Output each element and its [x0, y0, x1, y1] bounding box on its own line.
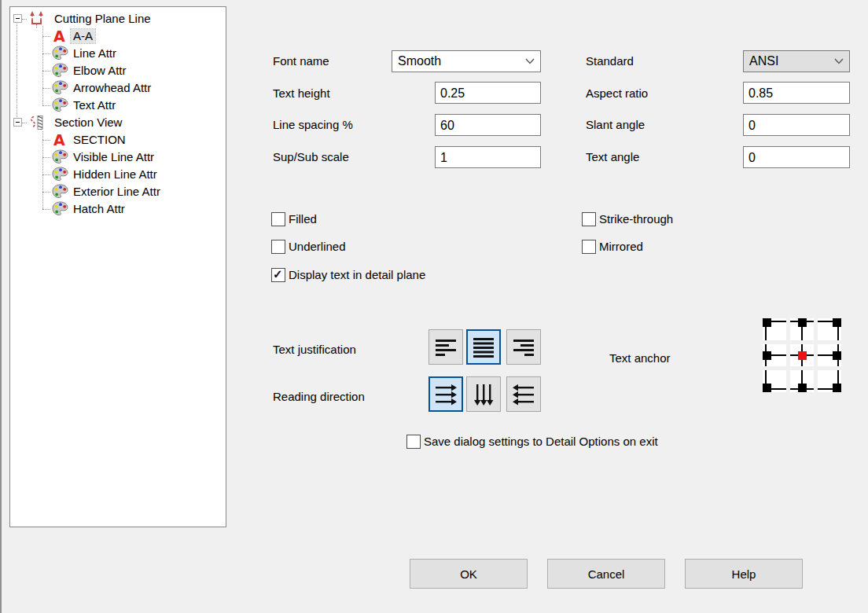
tree-expander-icon[interactable] — [13, 118, 22, 127]
standard-dropdown[interactable]: ANSI — [743, 50, 850, 72]
align-right-icon — [513, 336, 535, 358]
tree-item-label: Text Attr — [71, 98, 118, 112]
tree-item-section-view[interactable]: Section View — [10, 114, 226, 131]
tree-item-cutting-plane-line[interactable]: Cutting Plane Line — [10, 10, 226, 28]
chevron-down-icon — [525, 58, 535, 64]
tree-item-visible-line-attr[interactable]: Visible Line Attr — [10, 149, 226, 166]
section-view-icon — [26, 115, 47, 130]
text-angle-input[interactable] — [743, 146, 850, 168]
tree-item-elbow-attr[interactable]: Elbow Attr — [10, 62, 226, 79]
tree-item-label: Cutting Plane Line — [52, 12, 153, 26]
tree-item-label: Exterior Line Attr — [71, 185, 163, 199]
justify-center-button[interactable] — [466, 329, 501, 365]
palette-icon — [52, 80, 68, 95]
slant-angle-label: Slant angle — [586, 118, 645, 132]
checkbox-box[interactable] — [271, 240, 285, 254]
palette-icon — [52, 201, 68, 216]
text-anchor-label: Text anchor — [609, 351, 671, 365]
text-height-input[interactable] — [435, 82, 541, 104]
palette-icon — [52, 184, 68, 199]
align-justify-icon — [473, 336, 495, 358]
sup-sub-scale-input[interactable] — [435, 146, 541, 168]
checkbox-box[interactable] — [582, 212, 596, 226]
tree-item-label: Hidden Line Attr — [71, 167, 160, 182]
reading-left-to-right-button[interactable] — [428, 376, 463, 412]
anchor-cell-top-left[interactable] — [763, 318, 786, 340]
palette-icon — [52, 46, 68, 61]
ok-button[interactable]: OK — [410, 559, 528, 589]
text-label-icon: A — [53, 28, 65, 44]
font-name-value: Smooth — [398, 54, 441, 68]
anchor-cell-top-right[interactable] — [818, 318, 841, 340]
anchor-cell-middle-right[interactable] — [818, 344, 841, 366]
checkbox-label: Save dialog settings to Detail Options o… — [424, 435, 658, 449]
chevron-down-icon — [834, 58, 844, 64]
text-justification-label: Text justification — [273, 343, 356, 357]
palette-icon — [52, 63, 68, 78]
tree-item-arrowhead-attr[interactable]: Arrowhead Attr — [10, 79, 226, 97]
tree-item-section[interactable]: A SECTION — [10, 131, 226, 149]
line-spacing-input[interactable] — [435, 114, 541, 136]
checkbox-underlined[interactable]: Underlined — [271, 240, 346, 254]
checkbox-label: Display text in detail plane — [289, 268, 425, 282]
tree-item-hatch-attr[interactable]: Hatch Attr — [10, 200, 226, 218]
text-anchor-grid — [763, 318, 841, 392]
arrows-left-icon — [513, 384, 535, 406]
tree-item-a-a[interactable]: A A-A — [10, 28, 226, 45]
anchor-cell-middle-left[interactable] — [763, 344, 786, 366]
anchor-cell-bottom-left[interactable] — [763, 370, 786, 392]
cutting-plane-icon — [26, 11, 47, 28]
tree-item-label: Visible Line Attr — [71, 150, 156, 164]
checkbox-label: Underlined — [289, 240, 346, 254]
aspect-ratio-input[interactable] — [743, 82, 850, 104]
checkbox-label: Strike-through — [599, 212, 673, 226]
cancel-button[interactable]: Cancel — [547, 559, 665, 589]
align-left-icon — [435, 336, 457, 358]
reading-direction-label: Reading direction — [273, 390, 365, 404]
checkbox-mirrored[interactable]: Mirrored — [582, 240, 643, 254]
palette-icon — [52, 149, 68, 164]
justify-left-button[interactable] — [428, 329, 463, 365]
tree-item-line-attr[interactable]: Line Attr — [10, 45, 226, 62]
aspect-ratio-label: Aspect ratio — [586, 86, 648, 101]
checkbox-label: Filled — [289, 212, 317, 226]
anchor-cell-bottom-center[interactable] — [790, 370, 814, 392]
tree-item-hidden-line-attr[interactable]: Hidden Line Attr — [10, 166, 226, 183]
tree-expander-icon[interactable] — [13, 14, 22, 23]
reading-top-to-bottom-button[interactable] — [466, 376, 501, 412]
window-edge — [0, 0, 2, 613]
checkbox-save-dialog-settings[interactable]: Save dialog settings to Detail Options o… — [406, 435, 658, 449]
arrows-down-icon — [473, 384, 495, 406]
line-spacing-label: Line spacing % — [273, 118, 353, 132]
text-angle-label: Text angle — [586, 150, 639, 164]
tree-item-label: A-A — [71, 29, 95, 43]
standard-value: ANSI — [749, 54, 778, 68]
tree-item-label: SECTION — [71, 133, 128, 147]
checkbox-box[interactable] — [406, 435, 421, 449]
text-height-label: Text height — [273, 86, 330, 101]
palette-icon — [52, 97, 68, 112]
help-button[interactable]: Help — [685, 559, 803, 589]
checkbox-strike-through[interactable]: Strike-through — [582, 212, 673, 226]
tree-item-label: Section View — [52, 116, 124, 130]
tree-item-text-attr[interactable]: Text Attr — [10, 97, 226, 114]
reading-right-to-left-button[interactable] — [506, 376, 541, 412]
slant-angle-input[interactable] — [743, 114, 850, 136]
anchor-cell-bottom-right[interactable] — [818, 370, 841, 392]
font-name-label: Font name — [273, 54, 329, 68]
tree-item-label: Arrowhead Attr — [71, 81, 153, 95]
anchor-cell-middle-center[interactable] — [790, 344, 814, 366]
tree-item-label: Line Attr — [71, 46, 119, 61]
justify-right-button[interactable] — [506, 329, 541, 365]
standard-label: Standard — [586, 54, 634, 68]
tree-item-exterior-line-attr[interactable]: Exterior Line Attr — [10, 183, 226, 200]
checkbox-filled[interactable]: Filled — [271, 212, 317, 226]
attribute-tree-panel: Cutting Plane Line A A-A Line Attr — [9, 6, 226, 527]
checkbox-display-text-in-detail-plane[interactable]: Display text in detail plane — [271, 268, 425, 282]
checkbox-box[interactable] — [271, 268, 285, 282]
font-name-dropdown[interactable]: Smooth — [392, 50, 541, 72]
anchor-cell-top-center[interactable] — [790, 318, 814, 340]
text-label-icon: A — [53, 132, 65, 148]
checkbox-box[interactable] — [271, 212, 285, 226]
checkbox-box[interactable] — [582, 240, 596, 254]
